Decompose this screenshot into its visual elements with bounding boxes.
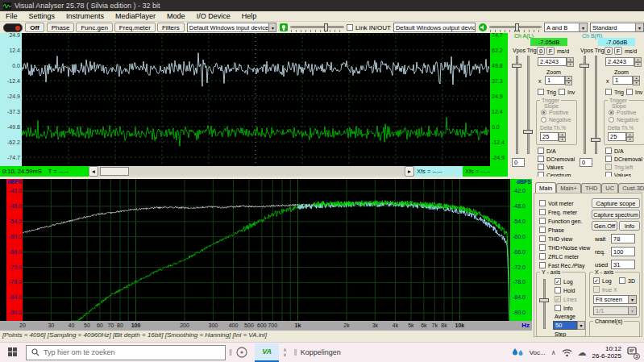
f-button[interactable]: F — [614, 47, 622, 55]
channel-select-combo[interactable]: A and B▾ — [544, 23, 588, 32]
d-a-checkbox-b[interactable]: D/A — [605, 148, 624, 154]
capture-scope-button[interactable]: Capture scope — [592, 198, 640, 208]
scroll-right-button[interactable]: ▸ — [405, 166, 414, 177]
checkbox-box[interactable] — [538, 148, 544, 154]
time-div-spin-b-spinner[interactable]: ▴▾ — [634, 57, 642, 66]
notification-center-button[interactable]: 3 — [627, 347, 638, 358]
checkbox-box[interactable] — [539, 200, 546, 206]
time-div-spin-a-value[interactable]: 2.4243 — [538, 57, 567, 66]
spin-down-icon[interactable]: ▾ — [634, 62, 642, 67]
combo-arrow-icon[interactable]: ▾ — [628, 296, 636, 303]
zero-button[interactable]: 0 — [605, 47, 613, 55]
gen-off-button[interactable]: Gen.Off — [592, 221, 617, 231]
thd-noise-view-checkbox[interactable]: THD+Noise view — [539, 244, 590, 251]
zero-button[interactable]: 0 — [537, 47, 545, 55]
tray-app-icon[interactable] — [235, 346, 248, 359]
links-toolbar-label[interactable]: Koppelingen — [301, 348, 341, 356]
checkbox-box[interactable] — [539, 244, 546, 251]
checkbox-box[interactable] — [626, 89, 633, 95]
off-button[interactable]: Off — [25, 23, 44, 32]
y-hold-checkbox[interactable]: Hold — [555, 287, 575, 293]
trig-level-slider-b-handle[interactable] — [591, 138, 600, 142]
freq-meter-checkbox[interactable]: Freq. meter — [539, 209, 577, 215]
average-dropdown[interactable]: 50 ▾ — [553, 321, 585, 330]
checkbox-box[interactable] — [539, 209, 546, 215]
function-gen--checkbox[interactable]: Function gen. — [539, 218, 582, 224]
vpos-slider-a-handle[interactable] — [512, 64, 521, 68]
checkbox-box[interactable] — [605, 89, 612, 95]
scroll-left-button[interactable]: ◂ — [89, 166, 98, 177]
vpos-slider-b[interactable] — [579, 56, 590, 154]
f-button[interactable]: F — [546, 47, 555, 55]
checkbox-box[interactable] — [605, 156, 612, 162]
delta-spin-b[interactable]: 25▴▾ — [608, 132, 634, 141]
spin-down-icon[interactable]: ▾ — [559, 137, 566, 142]
zoom-spin-b-value[interactable]: 1 — [613, 76, 633, 85]
trig-checkbox-b[interactable]: Trig — [605, 89, 624, 95]
checkbox-box[interactable] — [538, 156, 544, 162]
offset-field-b[interactable]: 0 — [580, 158, 592, 167]
taskbar-search-input[interactable]: Typ hier om te zoeken — [26, 345, 226, 360]
zrlc-meter-checkbox[interactable]: ZRLC meter — [539, 253, 579, 260]
y-log-checkbox[interactable]: Log — [555, 278, 573, 285]
input-monitor-icon[interactable] — [279, 23, 288, 32]
zoom-spin-a[interactable]: 1▴▾ — [545, 76, 572, 85]
checkbox-box[interactable] — [347, 24, 353, 31]
input-volume-slider[interactable] — [290, 23, 344, 32]
delta-spin-b-spinner[interactable]: ▴▾ — [626, 132, 634, 141]
spectrum-display[interactable] — [23, 179, 510, 321]
delta-spin-a[interactable]: 25▴▾ — [540, 132, 566, 141]
menu-help[interactable]: Help — [236, 11, 263, 22]
output-volume-slider[interactable] — [489, 23, 542, 32]
taskbar-clock[interactable]: 10:12 26-6-2025 — [592, 345, 621, 360]
power-toggle[interactable] — [3, 23, 23, 32]
fast-rec-play-checkbox[interactable]: Fast Rec./Play — [539, 262, 585, 268]
checkbox-box[interactable] — [538, 89, 544, 95]
spin-down-icon[interactable]: ▾ — [565, 81, 572, 85]
inv-checkbox-b[interactable]: Inv — [626, 89, 642, 95]
spin-down-icon[interactable]: ▾ — [567, 62, 574, 67]
zoom-spin-b-spinner[interactable]: ▴▾ — [633, 76, 640, 85]
voicemeeter-drops-icon[interactable] — [512, 347, 524, 358]
vpos-slider-a[interactable] — [511, 56, 522, 154]
checkbox-box[interactable] — [538, 164, 544, 170]
mode-combo[interactable]: Standard▾ — [590, 23, 644, 32]
checkbox-box[interactable] — [605, 172, 612, 177]
input-device-combo[interactable]: Default Windows input device▾ — [187, 23, 276, 32]
delta-spin-b-value[interactable]: 25 — [608, 132, 626, 141]
fit-screen-combo[interactable]: Fit screen▾ — [593, 295, 637, 304]
hidden-icons-chevron[interactable]: ∧ — [551, 349, 556, 356]
tab-main[interactable]: Main — [535, 182, 556, 193]
time-div-spin-b[interactable]: 2.4243▴▾ — [605, 57, 642, 66]
checkbox-box[interactable] — [539, 235, 546, 242]
spin-down-icon[interactable]: ▾ — [633, 81, 640, 85]
menu-settings[interactable]: Settings — [23, 11, 61, 22]
tab-uc[interactable]: UC — [601, 183, 618, 193]
x-log-checkbox[interactable]: Log — [593, 277, 612, 284]
oscilloscope-display[interactable] — [22, 33, 490, 166]
zoom-spin-a-spinner[interactable]: ▴▾ — [565, 76, 572, 85]
y-info-checkbox[interactable]: Info — [555, 305, 573, 311]
menu-i-o-device[interactable]: I/O Device — [191, 11, 236, 22]
d-a-checkbox-a[interactable]: D/A — [538, 148, 556, 154]
tab-thd[interactable]: THD — [581, 183, 601, 193]
tab-main-[interactable]: Main+ — [556, 183, 581, 193]
values-checkbox-a[interactable]: Values — [538, 164, 563, 170]
menu-instruments[interactable]: Instruments — [60, 11, 110, 22]
chevron-down-icon[interactable]: ∨ — [283, 352, 286, 357]
time-div-spin-a[interactable]: 2.4243▴▾ — [538, 57, 574, 66]
trig-level-slider-a[interactable] — [522, 56, 534, 154]
visual-analyser-taskbar-button[interactable]: VA — [255, 343, 279, 362]
menu-mode[interactable]: Mode — [161, 11, 191, 22]
combo-arrow-icon[interactable]: ▾ — [268, 23, 276, 31]
combo-arrow-icon[interactable]: ▾ — [579, 23, 587, 31]
output-speaker-icon[interactable] — [478, 23, 487, 32]
func-gen-button[interactable]: Func.gen — [76, 23, 112, 32]
trig-level-slider-a-handle[interactable] — [523, 130, 533, 134]
zoom-spin-a-value[interactable]: 1 — [545, 76, 565, 85]
volt-meter-checkbox[interactable]: Volt meter — [539, 200, 574, 206]
zoom-spin-b[interactable]: 1▴▾ — [613, 76, 640, 85]
start-button[interactable] — [0, 347, 26, 357]
output-device-combo[interactable]: Default Windows output devic▾ — [393, 23, 476, 32]
capture-spectrum-button[interactable]: Capture spectrum — [592, 210, 640, 219]
